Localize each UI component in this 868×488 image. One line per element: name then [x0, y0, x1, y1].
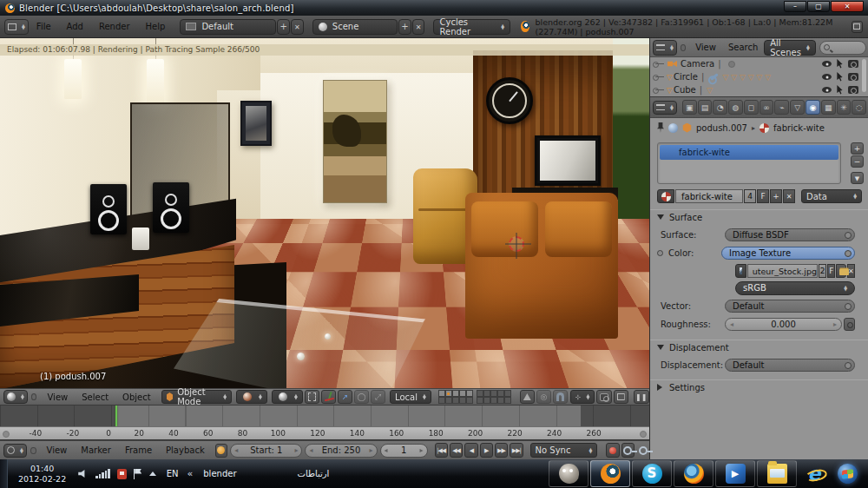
taskbar-ie-button[interactable]: e	[799, 460, 830, 487]
visibility-eye-icon[interactable]	[822, 87, 832, 93]
fake-user-button[interactable]: F	[757, 189, 769, 203]
outliner-menu-view[interactable]: View	[689, 43, 722, 52]
render-opengl-button[interactable]	[596, 390, 611, 404]
language-indicator[interactable]: EN	[167, 469, 179, 478]
material-add-button[interactable]	[770, 189, 782, 203]
outliner-row-cube[interactable]: ▽ Cube | ▽	[650, 83, 868, 96]
image-name-field[interactable]: uteur_Stock.jpg	[747, 264, 818, 278]
maximize-button[interactable]: ▢	[807, 1, 830, 12]
collapse-menus-icon[interactable]	[30, 447, 36, 454]
scene-add-button[interactable]	[398, 19, 411, 35]
color-space-dropdown[interactable]: sRGB▲▼	[735, 281, 855, 295]
scrollbar-end-dot[interactable]	[640, 431, 647, 438]
roughness-slider[interactable]: 0.000	[725, 318, 842, 331]
taskbar-blender-button[interactable]	[590, 460, 630, 487]
properties-editor-selector[interactable]: ▲▼	[653, 101, 677, 115]
viewport-editor-selector[interactable]: ▲▼	[3, 390, 28, 404]
material-link-dropdown[interactable]: Data▲▼	[801, 189, 862, 203]
taskbar-clock[interactable]: 01:40 2012-02-22	[18, 464, 66, 485]
pivot-point-dropdown[interactable]: ▲▼	[272, 390, 303, 404]
jump-to-end-button[interactable]: ▶▶|	[510, 443, 523, 458]
taskbar-skype-button[interactable]: S	[632, 460, 672, 487]
material-slot-selected[interactable]: fabrick-wite	[660, 145, 838, 160]
hierarchy-dot-icon[interactable]	[655, 89, 664, 90]
settings-panel-header[interactable]: Settings	[650, 379, 868, 394]
toolbar-chevron[interactable]: «	[187, 468, 194, 479]
vector-dropdown[interactable]: Default	[725, 300, 855, 313]
browse-context-icon[interactable]	[668, 123, 678, 133]
visibility-eye-icon[interactable]	[822, 61, 832, 67]
pin-icon[interactable]	[657, 122, 664, 133]
outliner-row-camera[interactable]: Camera |	[650, 57, 868, 70]
renderability-camera-icon[interactable]	[848, 60, 858, 68]
show-desktop-button[interactable]	[0, 459, 8, 488]
browse-material-button[interactable]	[657, 189, 674, 203]
image-icon[interactable]	[735, 264, 746, 278]
selectability-cursor-icon[interactable]	[836, 72, 844, 82]
action-center-flag-icon[interactable]	[134, 469, 142, 479]
outliner-search-input[interactable]	[819, 41, 866, 55]
toolbar-label-blender[interactable]: blender	[203, 469, 236, 478]
visibility-eye-icon[interactable]	[822, 74, 832, 80]
taskbar-media-player-button[interactable]: ▶	[715, 460, 755, 487]
tab-render-icon[interactable]: ▣	[682, 100, 697, 115]
tab-material-icon[interactable]: ◉	[806, 100, 820, 115]
breadcrumb-object[interactable]: podush.007	[696, 123, 747, 133]
viewport-menu-view[interactable]: View	[40, 392, 75, 402]
start-button[interactable]	[832, 460, 863, 487]
use-preview-range-button[interactable]	[215, 444, 228, 458]
frame-end-field[interactable]: End: 250	[305, 444, 377, 458]
selectability-cursor-icon[interactable]	[836, 85, 844, 95]
rotate-manipulator-button[interactable]: ◯	[354, 390, 369, 404]
minimize-button[interactable]: –	[784, 1, 806, 12]
outliner-item-label[interactable]: Circle	[674, 72, 698, 82]
material-slot-list[interactable]: fabrick-wite	[657, 142, 841, 184]
roughness-socket-button[interactable]	[844, 318, 855, 331]
renderability-camera-icon[interactable]	[848, 86, 858, 94]
keying-set-secondary-button[interactable]	[636, 443, 649, 458]
menu-file[interactable]: File	[29, 22, 59, 31]
tab-object-icon[interactable]: ◻	[744, 100, 759, 115]
pause-render-button[interactable]	[634, 390, 649, 404]
timeline-menu-playback[interactable]: Playback	[159, 445, 212, 455]
volume-icon[interactable]	[78, 469, 89, 478]
tab-physics-icon[interactable]: ◌	[852, 100, 866, 115]
render-engine-selector[interactable]: Cycles Render▲▼	[433, 19, 510, 35]
next-keyframe-button[interactable]: ▶▶	[495, 443, 508, 458]
current-frame-field[interactable]: 1	[380, 444, 428, 458]
open-image-button[interactable]	[836, 264, 846, 278]
manipulator-toggle[interactable]	[321, 390, 336, 404]
slot-specials-button[interactable]	[851, 172, 864, 184]
taskbar-gimp-button[interactable]	[549, 460, 589, 487]
layout-add-button[interactable]	[277, 19, 290, 35]
hierarchy-dot-icon[interactable]	[655, 63, 664, 64]
pivot-align-toggle[interactable]	[305, 390, 319, 404]
image-users-count[interactable]: 2	[819, 264, 826, 278]
material-name-field[interactable]: fabrick-wite	[675, 189, 743, 203]
collapse-menus-icon[interactable]	[681, 44, 686, 51]
tab-render-layers-icon[interactable]: ▤	[698, 100, 713, 115]
outliner-scrollbar[interactable]	[862, 59, 866, 92]
tab-texture-icon[interactable]: ▦	[821, 100, 836, 115]
slot-remove-button[interactable]	[851, 155, 864, 168]
viewport-menu-object[interactable]: Object	[115, 392, 158, 402]
proportional-edit-button[interactable]: ◎	[536, 390, 551, 404]
frame-start-field[interactable]: Start: 1	[230, 444, 302, 458]
layout-delete-button[interactable]	[291, 19, 304, 35]
editor-type-selector[interactable]: ▲▼	[4, 19, 29, 35]
displacement-panel-header[interactable]: Displacement	[650, 340, 868, 354]
scale-manipulator-button[interactable]: ⤢	[371, 390, 385, 404]
menu-help[interactable]: Help	[138, 22, 174, 31]
timeline-scrollbar[interactable]: -40-20 020 4060 80100 120140 160180 2002…	[0, 426, 649, 440]
menu-render[interactable]: Render	[91, 22, 138, 31]
jump-to-start-button[interactable]: |◀◀	[435, 443, 448, 458]
tab-modifiers-icon[interactable]: ⌁	[774, 100, 789, 115]
image-fake-user-button[interactable]: F	[827, 264, 835, 278]
outliner-filter-dropdown[interactable]: All Scenes▲▼	[764, 40, 816, 56]
material-users-count[interactable]: 4	[744, 189, 756, 203]
timeline-menu-marker[interactable]: Marker	[74, 445, 118, 455]
layers-grid-left[interactable]	[438, 390, 473, 404]
tab-scene-icon[interactable]: ◔	[713, 100, 727, 115]
tab-particles-icon[interactable]: ✳	[837, 100, 852, 115]
hierarchy-dot-icon[interactable]	[655, 76, 664, 77]
